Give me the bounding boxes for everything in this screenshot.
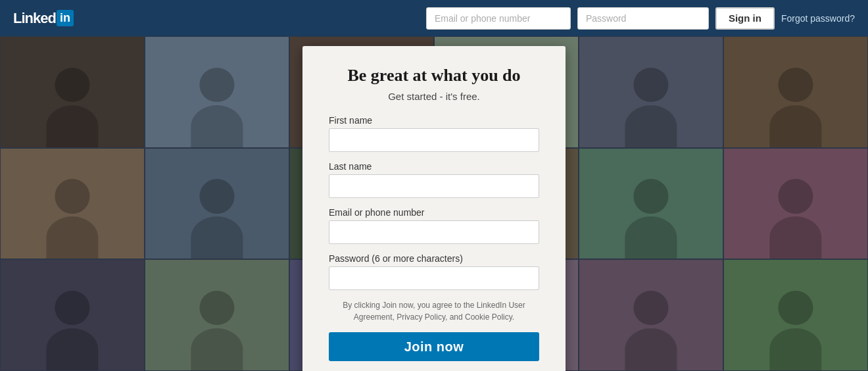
header-password-input[interactable] — [577, 7, 709, 30]
registration-modal: Be great at what you do Get started - it… — [302, 46, 566, 371]
modal-overlay: Be great at what you do Get started - it… — [0, 36, 868, 371]
logo-text-in: in — [57, 10, 74, 26]
sign-in-button[interactable]: Sign in — [715, 7, 775, 30]
email-label: Email or phone number — [329, 207, 539, 218]
first-name-label: First name — [329, 115, 539, 126]
join-now-button[interactable]: Join now — [329, 332, 539, 361]
header-email-input[interactable] — [426, 7, 571, 30]
last-name-label: Last name — [329, 161, 539, 172]
header-controls: Sign in Forgot password? — [426, 7, 855, 30]
logo: Linkedin — [13, 10, 74, 27]
modal-title: Be great at what you do — [329, 66, 539, 86]
terms-text: By clicking Join now, you agree to the L… — [329, 299, 539, 323]
password-label: Password (6 or more characters) — [329, 253, 539, 264]
password-group: Password (6 or more characters) — [329, 253, 539, 290]
modal-subtitle: Get started - it's free. — [329, 91, 539, 102]
header: Linkedin Sign in Forgot password? — [0, 0, 868, 36]
first-name-input[interactable] — [329, 128, 539, 152]
logo-text-linked: Linked — [13, 10, 56, 27]
password-input[interactable] — [329, 266, 539, 290]
last-name-input[interactable] — [329, 174, 539, 198]
email-phone-input[interactable] — [329, 220, 539, 244]
email-group: Email or phone number — [329, 207, 539, 244]
first-name-group: First name — [329, 115, 539, 152]
forgot-password-link[interactable]: Forgot password? — [781, 13, 855, 24]
last-name-group: Last name — [329, 161, 539, 198]
